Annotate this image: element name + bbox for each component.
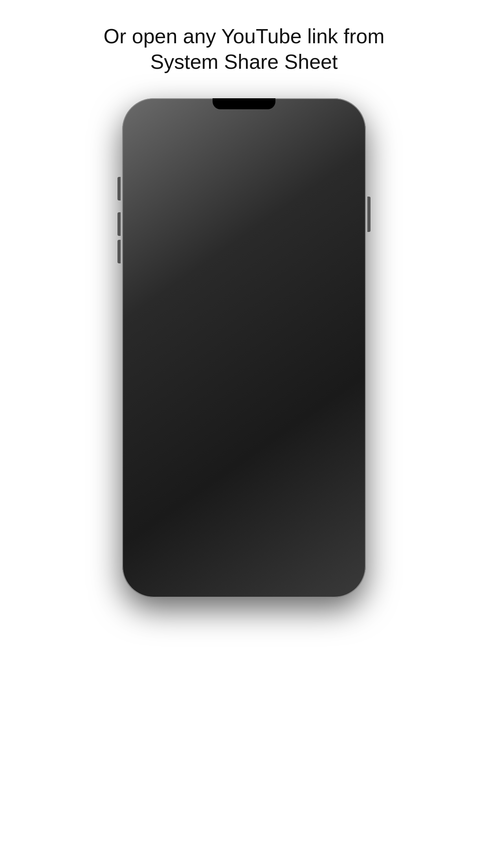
headline-line1: Or open any YouTube link from (104, 25, 385, 48)
share-thumbnail (134, 269, 151, 286)
bare-messages-badge (253, 314, 261, 322)
messenger-label: Messenger (241, 366, 264, 372)
wi-app-icon: W (277, 341, 299, 364)
share-info: Rick Astley - Never Gonna Give Y... yout… (156, 271, 342, 284)
save-button[interactable]: Save (267, 253, 314, 259)
messenger-app-icon (241, 341, 264, 364)
messages-app-icon (171, 341, 193, 364)
share-play-triangle (141, 276, 145, 280)
messenger-badge (219, 314, 227, 322)
more-icon[interactable]: ⋮ (296, 139, 307, 151)
yt-play-button (134, 141, 147, 149)
app-messages[interactable]: Messages (168, 341, 196, 372)
battery-icon (337, 111, 348, 117)
airdrop-app-icon (135, 341, 158, 364)
share-close-button[interactable]: ✕ (342, 272, 354, 283)
svg-point-0 (321, 143, 323, 145)
contact-bare[interactable]: 🐷 Bare@ 🇬🇧 (234, 298, 262, 335)
mail-label: Mail (213, 366, 222, 372)
headline: Or open any YouTube link from System Sha… (72, 24, 416, 75)
notch (213, 98, 275, 109)
app-wi[interactable]: W WI (274, 341, 302, 372)
contact-louis[interactable]: LouisNguyen (200, 298, 228, 335)
airdrop-badge (151, 314, 159, 322)
contacts-row: iMac xịn (128, 291, 360, 341)
close-icon: ✕ (346, 274, 351, 281)
home-indicator (128, 421, 360, 431)
share-button[interactable]: Share (221, 253, 267, 259)
youtube-logo: YouTube (134, 141, 178, 149)
video-bg (128, 156, 360, 250)
share-header: Rick Astley - Never Gonna Give Y... yout… (128, 263, 360, 291)
svg-point-5 (178, 351, 180, 353)
apps-row: AirDrop Messa (128, 341, 360, 378)
signal-icon (317, 111, 326, 117)
url-text: youtube.com (232, 123, 263, 129)
share-title: Rick Astley - Never Gonna Give Y... (156, 271, 342, 278)
screen-content: 9:41 ▲ 🔒 youtube.com (128, 104, 360, 592)
stats-bar: 6.7M 220K Share Save Report (128, 250, 360, 263)
copy-label: Copy (136, 406, 344, 414)
status-icons: ▲ (317, 111, 348, 117)
status-time: 9:41 (140, 109, 156, 118)
share-sheet: Rick Astley - Never Gonna Give Y... yout… (128, 263, 360, 592)
headline-line2: System Share Sheet (150, 50, 338, 73)
contact-imac[interactable]: iMac xịn (132, 298, 161, 335)
svg-point-7 (184, 351, 186, 353)
home-bar (220, 424, 268, 426)
app-airdrop[interactable]: AirDrop (132, 341, 161, 372)
copy-row[interactable]: Copy (128, 399, 360, 421)
svg-point-6 (181, 351, 183, 353)
send-to-cornertube-row[interactable]: Send To CornerTube ▶ (132, 378, 356, 399)
contact-name-imac: iMac xịn (138, 324, 155, 329)
wifi-icon: ▲ (328, 111, 334, 117)
cornertube-label: Send To CornerTube (139, 384, 345, 392)
share-play-icon (137, 274, 148, 281)
contact-name-bare: Bare@ 🇬🇧 (242, 324, 254, 335)
svg-text:W: W (284, 349, 291, 358)
phone-screen: 9:41 ▲ 🔒 youtube.com (128, 104, 360, 592)
phone-device: 9:41 ▲ 🔒 youtube.com (122, 98, 366, 598)
yt-play-triangle (138, 142, 143, 148)
mail-app-icon (206, 341, 229, 364)
youtube-header: YouTube 🔍 ⋮ SIGN IN (128, 135, 360, 156)
svg-point-2 (146, 356, 147, 357)
messages-badge (185, 314, 193, 322)
messages-label: Messages (171, 366, 193, 372)
app-mail[interactable]: Mail (203, 341, 231, 372)
share-url: youtu.be (156, 278, 342, 284)
signin-button[interactable]: SIGN IN (312, 138, 354, 152)
lock-icon: 🔒 (225, 124, 230, 129)
action-section: Send To CornerTube ▶ Copy (128, 378, 360, 431)
video-thumbnail[interactable] (128, 156, 360, 250)
svg-marker-4 (178, 357, 180, 359)
address-bar[interactable]: 🔒 youtube.com (134, 121, 354, 132)
airdrop-label: AirDrop (139, 366, 155, 372)
copy-icon (344, 405, 352, 416)
contact-name-toan: Toan (175, 324, 185, 329)
svg-rect-15 (347, 408, 352, 413)
contact-name-louis: LouisNguyen (206, 324, 222, 335)
contact-toan[interactable]: Toan (166, 298, 194, 335)
report-button[interactable]: Report (314, 253, 360, 259)
signin-label: SIGN IN (329, 142, 348, 148)
account-icon (318, 141, 327, 149)
youtube-text: YouTube (149, 141, 178, 149)
wi-label: WI (285, 366, 291, 372)
app-messenger[interactable]: Messenger (238, 341, 267, 372)
likes-count[interactable]: 6.7M (128, 253, 174, 259)
dislikes-count[interactable]: 220K (174, 253, 220, 259)
cornertube-icon: ▶ (345, 384, 349, 392)
search-icon[interactable]: 🔍 (278, 139, 291, 151)
